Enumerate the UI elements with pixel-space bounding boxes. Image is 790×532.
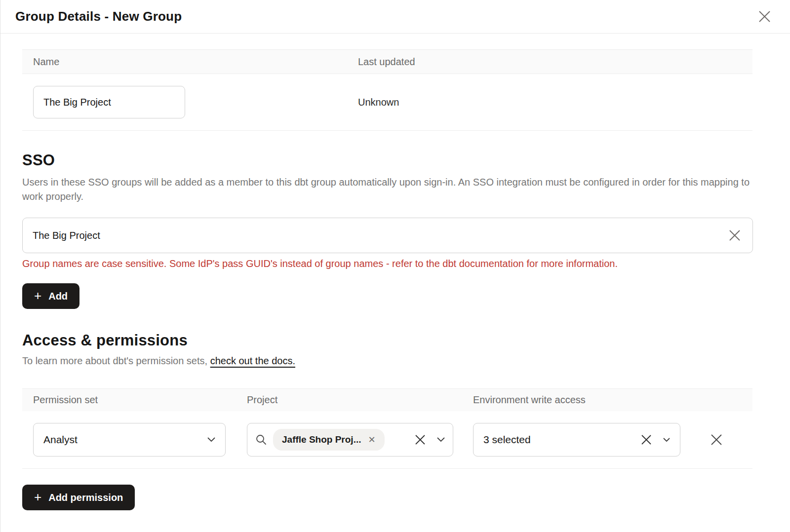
sso-group-input[interactable] xyxy=(22,218,753,253)
add-permission-button-label: Add permission xyxy=(48,492,123,503)
column-header-last-updated: Last updated xyxy=(358,56,752,68)
sso-group-field xyxy=(22,218,753,253)
permissions-section: Access & permissions To learn more about… xyxy=(22,332,752,510)
project-tag: Jaffle Shop Proj... ✕ xyxy=(273,429,385,451)
sso-warning-text: Group names are case sensitive. Some IdP… xyxy=(22,258,752,269)
clear-x-icon xyxy=(414,434,426,446)
group-name-table: Name Last updated Unknown xyxy=(22,49,752,131)
sso-section: SSO Users in these SSO groups will be ad… xyxy=(22,152,752,309)
sso-heading: SSO xyxy=(22,152,752,169)
close-icon xyxy=(758,10,771,23)
environment-clear-button[interactable] xyxy=(638,432,654,448)
add-permission-button[interactable]: + Add permission xyxy=(22,485,135,510)
plus-icon: + xyxy=(34,289,41,302)
group-name-table-row: Unknown xyxy=(22,74,752,131)
project-tag-label: Jaffle Shop Proj... xyxy=(282,434,361,445)
permissions-table: Permission set Project Environment write… xyxy=(22,388,752,469)
column-header-environment-write-access: Environment write access xyxy=(473,394,752,406)
sso-group-clear-button[interactable] xyxy=(726,227,743,244)
plus-icon: + xyxy=(34,491,41,503)
delete-x-icon xyxy=(710,433,723,446)
permissions-description-text: To learn more about dbt's permission set… xyxy=(22,355,210,366)
docs-link[interactable]: check out the docs. xyxy=(210,355,295,366)
group-name-table-header: Name Last updated xyxy=(22,49,752,74)
add-button-label: Add xyxy=(48,291,68,302)
group-name-input[interactable] xyxy=(33,86,185,118)
delete-permission-row-button[interactable] xyxy=(708,431,725,448)
permission-row: Analyst Jaffle xyxy=(22,411,752,469)
group-details-modal: Group Details - New Group Name Last upda… xyxy=(0,0,790,532)
clear-x-icon xyxy=(640,434,652,446)
close-button[interactable] xyxy=(756,8,773,25)
search-icon xyxy=(255,434,267,446)
project-clear-button[interactable] xyxy=(412,432,428,448)
project-tag-remove-icon[interactable]: ✕ xyxy=(368,435,375,444)
column-header-project: Project xyxy=(247,394,473,406)
page-title: Group Details - New Group xyxy=(15,9,182,24)
permissions-description: To learn more about dbt's permission set… xyxy=(22,355,752,367)
modal-header: Group Details - New Group xyxy=(0,0,790,34)
environment-write-access-select[interactable]: 3 selected xyxy=(473,423,680,456)
clear-x-icon xyxy=(728,229,741,242)
environment-selected-value: 3 selected xyxy=(483,434,638,446)
chevron-down-icon xyxy=(207,437,215,442)
permission-set-select[interactable]: Analyst xyxy=(33,423,226,456)
chevron-down-icon xyxy=(663,438,670,442)
chevron-down-icon xyxy=(437,437,445,442)
column-header-name: Name xyxy=(33,56,358,68)
permissions-table-header: Permission set Project Environment write… xyxy=(22,388,752,411)
column-header-permission-set: Permission set xyxy=(33,394,247,406)
sso-description: Users in these SSO groups will be added … xyxy=(22,175,752,204)
project-multiselect[interactable]: Jaffle Shop Proj... ✕ xyxy=(247,423,453,456)
last-updated-value: Unknown xyxy=(358,97,752,108)
permission-set-value: Analyst xyxy=(43,434,207,446)
add-sso-group-button[interactable]: + Add xyxy=(22,283,79,309)
permissions-heading: Access & permissions xyxy=(22,332,752,349)
